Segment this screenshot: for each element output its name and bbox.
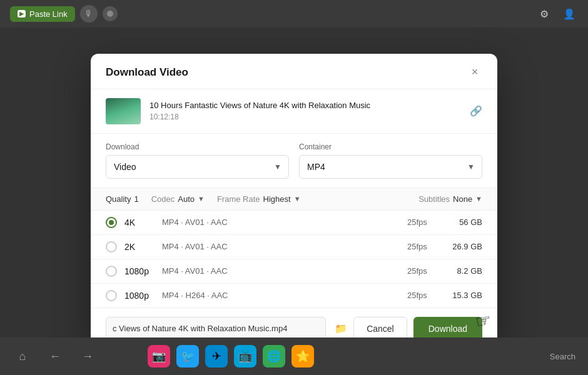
quality-name-4k: 4K (124, 218, 162, 228)
quality-size-1080p-av01: 8.2 GB (445, 266, 482, 276)
quality-row-1080p-h264[interactable]: 1080p MP4 · H264 · AAC 25fps 15.3 GB (91, 284, 497, 308)
quality-fps-4k: 25fps (407, 218, 445, 227)
selects-row: Download Video Audio Subtitle ▼ Containe… (91, 134, 497, 188)
cancel-button[interactable]: Cancel (353, 317, 407, 341)
radio-4k[interactable] (106, 217, 117, 228)
nav-icons: ⌂ ← → (13, 346, 98, 366)
container-select[interactable]: MP4 MKV WebM (299, 155, 482, 179)
framerate-value: Highest (263, 194, 291, 204)
app-icon-bilibili[interactable]: 📺 (234, 345, 256, 368)
codec-value: Auto (178, 194, 195, 204)
radio-2k[interactable] (106, 241, 117, 252)
folder-icon[interactable]: 📁 (335, 322, 347, 334)
main-content: Download Video × 10 Hours Fantastic View… (0, 28, 588, 375)
quality-label: Quality (106, 194, 131, 204)
framerate-label: Frame Rate (217, 194, 260, 204)
container-label: Container (299, 142, 482, 151)
download-select[interactable]: Video Audio Subtitle (106, 155, 289, 179)
modal-title: Download Video (106, 66, 188, 79)
codec-option[interactable]: Codec Auto ▼ (151, 194, 205, 204)
quality-count: 1 (134, 194, 138, 204)
container-select-group: Container MP4 MKV WebM ▼ (299, 142, 482, 179)
radio-1080p-av01[interactable] (106, 266, 117, 277)
extra-icon (103, 6, 118, 21)
youtube-icon: ▶ (18, 10, 26, 18)
framerate-option[interactable]: Frame Rate Highest ▼ (217, 194, 301, 204)
quality-size-1080p-h264: 15.3 GB (445, 291, 482, 300)
video-info: 10 Hours Fantastic Views of Nature 4K wi… (91, 89, 497, 134)
app-icon-telegram[interactable]: ✈ (205, 345, 228, 368)
top-bar-right: ⚙ 👤 (535, 5, 578, 22)
quality-row-4k[interactable]: 4K MP4 · AV01 · AAC 25fps 56 GB (91, 211, 497, 235)
modal-header: Download Video × (91, 54, 497, 89)
settings-button[interactable]: ⚙ (535, 5, 553, 22)
quality-list: 4K MP4 · AV01 · AAC 25fps 56 GB 2K MP4 ·… (91, 211, 497, 308)
subtitles-option[interactable]: Subtitles None ▼ (418, 194, 482, 204)
quality-option[interactable]: Quality 1 (106, 194, 139, 204)
quality-fps-1080p-av01: 25fps (407, 266, 445, 276)
quality-fps-1080p-h264: 25fps (407, 291, 445, 300)
container-select-wrapper: MP4 MKV WebM ▼ (299, 155, 482, 179)
codec-arrow: ▼ (198, 195, 205, 202)
bottom-nav: ⌂ ← → 📷🐦✈📺🌐⭐ Search (0, 338, 588, 375)
quality-row-2k[interactable]: 2K MP4 · AV01 · AAC 25fps 26.9 GB (91, 235, 497, 259)
quality-name-1080p-h264: 1080p (124, 291, 162, 301)
app-icon-sites[interactable]: 🌐 (263, 345, 285, 368)
quality-codec-1080p-h264: MP4 · H264 · AAC (162, 291, 407, 300)
quality-codec-2k: MP4 · AV01 · AAC (162, 242, 407, 251)
quality-codec-1080p-av01: MP4 · AV01 · AAC (162, 266, 407, 276)
quality-fps-2k: 25fps (407, 242, 445, 251)
quality-name-2k: 2K (124, 242, 162, 252)
paste-link-label: Paste Link (29, 9, 68, 19)
app-icon-extra[interactable]: ⭐ (291, 345, 314, 368)
top-bar-left: ▶ Paste Link 🎙 (10, 5, 118, 22)
account-button[interactable]: 👤 (560, 5, 578, 22)
quality-codec-4k: MP4 · AV01 · AAC (162, 218, 407, 227)
download-modal: Download Video × 10 Hours Fantastic View… (91, 54, 497, 349)
link-icon[interactable]: 🔗 (470, 105, 482, 117)
subtitles-value: None (453, 194, 472, 204)
quality-size-4k: 56 GB (445, 218, 482, 227)
quality-size-2k: 26.9 GB (445, 242, 482, 251)
top-bar: ▶ Paste Link 🎙 ⚙ 👤 (0, 0, 588, 28)
quality-row-1080p-av01[interactable]: 1080p MP4 · AV01 · AAC 25fps 8.2 GB (91, 259, 497, 284)
close-button[interactable]: × (467, 65, 482, 80)
video-thumbnail (106, 98, 141, 124)
subtitles-label: Subtitles (418, 194, 450, 204)
radio-1080p-h264[interactable] (106, 290, 117, 301)
app-icon-instagram[interactable]: 📷 (148, 345, 170, 368)
download-select-group: Download Video Audio Subtitle ▼ (106, 142, 289, 179)
download-button[interactable]: Download (413, 317, 482, 341)
download-label: Download (106, 142, 289, 151)
back-icon[interactable]: ← (45, 346, 65, 366)
modal-overlay: Download Video × 10 Hours Fantastic View… (0, 28, 588, 375)
video-title: 10 Hours Fantastic Views of Nature 4K wi… (150, 101, 461, 111)
app-icon-twitter[interactable]: 🐦 (176, 345, 199, 368)
video-duration: 10:12:18 (150, 112, 461, 121)
download-select-wrapper: Video Audio Subtitle ▼ (106, 155, 289, 179)
mic-button[interactable]: 🎙 (80, 5, 98, 22)
paste-link-button[interactable]: ▶ Paste Link (10, 6, 75, 22)
quality-name-1080p-av01: 1080p (124, 266, 162, 276)
forward-icon[interactable]: → (78, 346, 98, 366)
home-icon[interactable]: ⌂ (13, 346, 33, 366)
subtitles-arrow: ▼ (475, 195, 482, 202)
app-icons: 📷🐦✈📺🌐⭐ (148, 345, 314, 368)
framerate-arrow: ▼ (294, 195, 301, 202)
filename-input[interactable] (106, 317, 326, 341)
svg-point-0 (107, 11, 113, 17)
video-details: 10 Hours Fantastic Views of Nature 4K wi… (150, 101, 461, 122)
codec-label: Codec (151, 194, 175, 204)
search-label[interactable]: Search (550, 352, 575, 361)
options-row: Quality 1 Codec Auto ▼ Frame Rate Highes… (91, 188, 497, 211)
